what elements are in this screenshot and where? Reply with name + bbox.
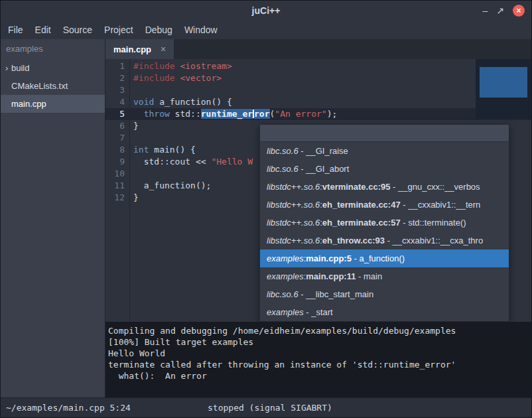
stack-text-segment: main.cpp:5 xyxy=(306,253,352,263)
terminal-line: Compiling and debugging /home/eidheim/ex… xyxy=(108,325,531,336)
line-number: 1 xyxy=(105,60,129,72)
stack-text-segment: - __libc_start_main xyxy=(299,289,373,299)
close-icon: × xyxy=(516,7,521,15)
line-number: 11 xyxy=(105,180,129,192)
stack-frame-item[interactable]: libc.so.6 - __GI_raise xyxy=(260,142,509,160)
line-number: 9 xyxy=(105,156,129,168)
stack-text-segment: libstdc++.so.6 xyxy=(267,236,320,245)
stack-text-segment: - _start xyxy=(304,307,333,317)
code-text: } xyxy=(129,120,139,132)
stack-text-segment: - __cxxabiv1::__cxa_thro xyxy=(385,236,483,245)
stack-text-segment: libstdc++.so.6 xyxy=(267,182,320,192)
line-number: 10 xyxy=(105,168,129,180)
code-text: a_function(); xyxy=(129,180,211,192)
code-line-2[interactable]: 2#include <vector> xyxy=(105,72,531,84)
stack-text-segment: eh_terminate.cc:47 xyxy=(322,200,401,210)
code-text: } xyxy=(129,192,139,204)
file-label: main.cpp xyxy=(11,99,46,109)
code-token: runtime_er xyxy=(201,109,253,119)
code-text: std::cout << "Hello W xyxy=(129,156,253,168)
stack-text-segment: eh_terminate.cc:57 xyxy=(322,218,401,228)
stack-frame-item[interactable]: libstdc++.so.6:vterminate.cc:95 - __gnu_… xyxy=(260,178,509,196)
code-token: #include xyxy=(133,61,180,71)
menu-item-window[interactable]: Window xyxy=(178,21,224,38)
stack-text-segment: - __gnu_cxx::__verbos xyxy=(390,182,480,192)
code-token: std:: xyxy=(170,109,201,119)
code-token: a_function() { xyxy=(154,97,232,107)
stack-text-segment: - main xyxy=(356,271,382,281)
menu-item-edit[interactable]: Edit xyxy=(29,21,57,38)
stack-frame-item[interactable]: examples:main.cpp:11 - main xyxy=(260,267,509,285)
close-button[interactable]: × xyxy=(513,5,525,17)
code-text: int main() { xyxy=(129,144,196,156)
cursor-location: ~/examples/main.cpp 5:24 xyxy=(1,403,131,413)
stack-frame-item[interactable]: libstdc++.so.6:eh_terminate.cc:47 - __cx… xyxy=(260,196,509,214)
overlay-highlight-block xyxy=(480,67,527,98)
stack-text-segment: eh_throw.cc:93 xyxy=(322,236,385,245)
titlebar[interactable]: juCi++ – ↗ × xyxy=(1,1,531,21)
code-token: throw xyxy=(144,109,170,119)
file-label: build xyxy=(11,63,29,73)
code-token: int xyxy=(133,145,149,155)
sidebar-item-build[interactable]: ›build xyxy=(1,59,105,77)
stack-frame-item[interactable]: libc.so.6 - __GI_abort xyxy=(260,160,509,178)
terminal-line: terminate called after throwing an insta… xyxy=(108,359,531,370)
terminal-line: Hello World xyxy=(108,348,531,359)
sidebar-item-main-cpp[interactable]: main.cpp xyxy=(1,95,105,113)
editor-overlay-panel xyxy=(476,59,531,119)
stack-text-segment: examples xyxy=(267,271,304,281)
code-token: std::cout << xyxy=(133,157,211,167)
tab-main-cpp[interactable]: main.cpp × xyxy=(105,39,174,59)
stack-frame-item[interactable]: examples - _start xyxy=(260,303,509,321)
code-token: } xyxy=(133,192,139,202)
code-token xyxy=(133,109,144,119)
window-controls: – ↗ × xyxy=(482,1,525,21)
stack-frame-item[interactable]: libc.so.6 - __libc_start_main xyxy=(260,285,509,303)
gutter-separator xyxy=(129,59,130,322)
menu-item-project[interactable]: Project xyxy=(98,21,139,38)
code-token: <iostream> xyxy=(180,61,232,71)
file-tree-panel: examples ›buildCMakeLists.txtmain.cpp xyxy=(1,39,105,397)
code-line-3[interactable]: 3 xyxy=(105,84,531,96)
stack-frame-item[interactable]: libstdc++.so.6:eh_throw.cc:93 - __cxxabi… xyxy=(260,232,509,249)
stack-text-segment: main.cpp:11 xyxy=(306,271,356,281)
code-editor[interactable]: 1#include <iostream>2#include <vector>34… xyxy=(105,59,531,322)
tab-close-icon[interactable]: × xyxy=(161,44,166,54)
code-line-1[interactable]: 1#include <iostream> xyxy=(105,60,531,72)
code-text: #include <iostream> xyxy=(129,60,232,72)
code-token: main() { xyxy=(149,145,195,155)
stack-frame-item[interactable]: libstdc++.so.6:eh_terminate.cc:57 - std:… xyxy=(260,214,509,232)
stack-text-segment: libc.so.6 xyxy=(267,146,299,156)
stack-text-segment: - std::terminate() xyxy=(401,218,466,228)
stack-popup-search[interactable] xyxy=(260,125,509,142)
line-number: 7 xyxy=(105,132,129,144)
stack-frame-list: libc.so.6 - __GI_raiselibc.so.6 - __GI_a… xyxy=(260,142,509,321)
terminal-line: [100%] Built target examples xyxy=(108,336,531,348)
menu-item-file[interactable]: File xyxy=(2,21,29,38)
stack-text-segment: vterminate.cc:95 xyxy=(322,182,391,192)
menu-item-debug[interactable]: Debug xyxy=(139,21,178,38)
statusbar: ~/examples/main.cpp 5:24 stopped (signal… xyxy=(1,397,531,417)
terminal-panel[interactable]: Compiling and debugging /home/eidheim/ex… xyxy=(105,322,531,397)
code-line-4[interactable]: 4void a_function() { xyxy=(105,96,531,108)
terminal-output: Compiling and debugging /home/eidheim/ex… xyxy=(108,325,531,382)
line-number: 3 xyxy=(105,84,129,96)
line-number: 4 xyxy=(105,96,129,108)
stack-trace-popup: libc.so.6 - __GI_raiselibc.so.6 - __GI_a… xyxy=(259,124,509,322)
maximize-button[interactable]: ↗ xyxy=(496,6,504,15)
main-area: examples ›buildCMakeLists.txtmain.cpp ma… xyxy=(1,39,531,397)
code-token: <vector> xyxy=(180,73,222,83)
menu-item-source[interactable]: Source xyxy=(57,21,98,38)
expander-icon[interactable]: › xyxy=(1,63,11,73)
file-tree: ›buildCMakeLists.txtmain.cpp xyxy=(1,59,105,113)
code-line-5[interactable]: 5 throw std::runtime_error("An error"); xyxy=(105,108,531,120)
debug-status: stopped (signal SIGABRT) xyxy=(208,398,332,417)
code-token: "An error" xyxy=(275,109,326,119)
stack-frame-item[interactable]: examples:main.cpp:5 - a_function() xyxy=(260,249,509,267)
stack-text-segment: libstdc++.so.6 xyxy=(267,218,320,228)
sidebar-item-cmakelists-txt[interactable]: CMakeLists.txt xyxy=(1,77,105,95)
minimize-button[interactable]: – xyxy=(482,6,488,15)
code-text: #include <vector> xyxy=(129,72,222,84)
stack-text-segment: libc.so.6 xyxy=(267,164,299,174)
app-window: juCi++ – ↗ × FileEditSourceProjectDebugW… xyxy=(0,0,532,418)
